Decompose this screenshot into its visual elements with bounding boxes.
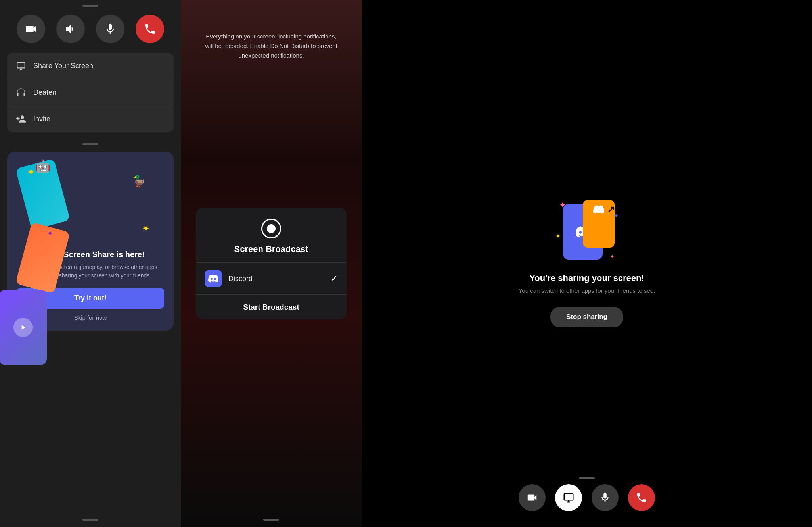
sparkle-icon-left: ✦ (555, 232, 561, 240)
feature-illustration: ✦ ✦ ✦ 🤖 🦆 (23, 163, 158, 242)
phone-right (15, 222, 70, 294)
sparkle-icon-bottom-right: ✦ (610, 253, 615, 260)
panel3-drag-indicator (579, 477, 595, 479)
p3-screen-share-button[interactable] (555, 484, 582, 511)
sparkle-icon-top-left: ✦ (559, 200, 566, 210)
call-controls (17, 15, 164, 43)
bird-icon: 🦆 (132, 175, 146, 188)
p3-video-button[interactable] (519, 484, 546, 511)
record-icon (261, 219, 281, 238)
menu-invite-label: Invite (33, 115, 50, 123)
menu-item-invite[interactable]: Invite (7, 106, 174, 132)
record-dot (267, 224, 276, 233)
panel-sharing-active: ↗ ✦ ✦ ✦ ✦ You're sharing your screen! Yo… (362, 0, 812, 527)
mic-button[interactable] (96, 15, 124, 43)
p3-mic-button[interactable] (592, 484, 619, 511)
skip-link[interactable]: Skip for now (74, 314, 107, 321)
drag-indicator-2 (82, 143, 98, 145)
discord-icon-box (205, 270, 222, 287)
context-menu: Share Your Screen Deafen Invite (7, 53, 174, 132)
discord-option-row[interactable]: Discord ✓ (196, 263, 347, 295)
broadcast-title: Screen Broadcast (234, 244, 308, 254)
broadcast-sheet: Screen Broadcast Discord ✓ Start Broadca… (196, 208, 347, 319)
play-button-illustration (13, 318, 33, 337)
video-button[interactable] (17, 15, 45, 43)
menu-item-share-screen[interactable]: Share Your Screen (7, 53, 174, 79)
sparkle-icon-1: ✦ (27, 167, 35, 178)
robot-icon: 🤖 (35, 159, 51, 174)
panel2-drag-indicator (263, 519, 279, 521)
sharing-illustration: ↗ ✦ ✦ ✦ ✦ (555, 200, 619, 264)
sparkle-icon-right: ✦ (613, 212, 619, 219)
drag-indicator (82, 5, 98, 7)
menu-share-screen-label: Share Your Screen (33, 62, 93, 70)
panel3-call-controls (519, 484, 655, 511)
stop-sharing-button[interactable]: Stop sharing (550, 307, 623, 327)
menu-item-deafen[interactable]: Deafen (7, 79, 174, 106)
speaker-button[interactable] (56, 15, 85, 43)
phone-main (0, 290, 47, 365)
broadcast-header: Screen Broadcast (196, 208, 347, 263)
discord-option-label: Discord (228, 275, 324, 283)
panel-broadcast: Everything on your screen, including not… (181, 0, 362, 527)
end-call-button[interactable] (136, 15, 164, 43)
panel-call-menu: Share Your Screen Deafen Invite ✦ ✦ ✦ (0, 0, 181, 527)
sharing-title: You're sharing your screen! (529, 273, 644, 283)
p3-end-call-button[interactable] (628, 484, 655, 511)
feature-card: ✦ ✦ ✦ 🤖 🦆 Mobile Screen Share is here! W… (7, 152, 174, 331)
checkmark-icon: ✓ (331, 273, 338, 284)
menu-deafen-label: Deafen (33, 88, 56, 97)
sharing-desc: You can switch to other apps for your fr… (519, 287, 655, 294)
sparkle-icon-3: ✦ (47, 229, 54, 238)
start-broadcast-button[interactable]: Start Broadcast (196, 295, 347, 319)
broadcast-warning-text: Everything on your screen, including not… (181, 32, 362, 60)
drag-indicator-3 (82, 519, 98, 521)
sparkle-icon-2: ✦ (142, 223, 150, 234)
